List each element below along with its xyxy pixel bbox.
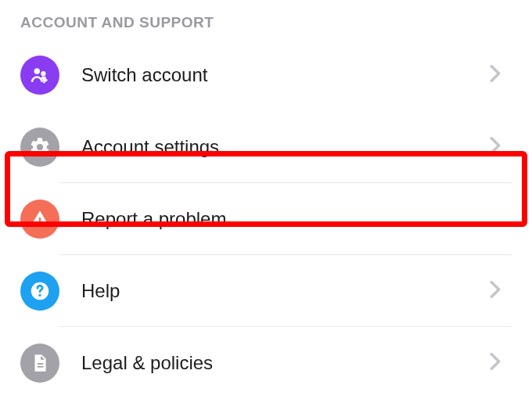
item-label: Report a problem bbox=[81, 208, 507, 230]
section-header: ACCOUNT AND SUPPORT bbox=[0, 0, 532, 39]
svg-rect-5 bbox=[38, 366, 44, 368]
item-label: Legal & policies bbox=[81, 352, 490, 374]
svg-point-0 bbox=[39, 222, 41, 225]
chevron-right-icon bbox=[490, 136, 501, 158]
item-label: Account settings bbox=[81, 136, 490, 158]
warning-icon bbox=[20, 200, 59, 239]
svg-rect-4 bbox=[38, 363, 44, 365]
help-icon bbox=[20, 272, 59, 311]
document-icon bbox=[20, 343, 59, 383]
item-help[interactable]: Help bbox=[0, 255, 532, 327]
item-switch-account[interactable]: Switch account bbox=[0, 39, 532, 111]
chevron-right-icon bbox=[490, 64, 501, 86]
item-label: Switch account bbox=[81, 64, 490, 86]
item-label: Help bbox=[81, 280, 490, 302]
chevron-right-icon bbox=[490, 352, 501, 374]
settings-list: Switch account Account settings bbox=[0, 39, 532, 399]
switch-account-icon bbox=[20, 56, 59, 95]
item-account-settings[interactable]: Account settings bbox=[0, 111, 532, 183]
item-legal-policies[interactable]: Legal & policies bbox=[0, 327, 532, 399]
svg-point-3 bbox=[38, 294, 41, 297]
chevron-right-icon bbox=[490, 280, 501, 302]
gear-icon bbox=[20, 128, 59, 167]
svg-rect-1 bbox=[39, 218, 41, 222]
item-report-problem[interactable]: Report a problem bbox=[0, 183, 532, 255]
